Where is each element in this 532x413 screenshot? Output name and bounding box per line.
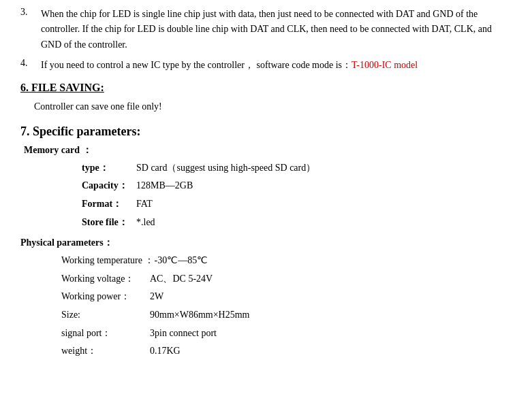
physical-row-2-value: 2W [150, 288, 163, 306]
memory-card-type-value: SD card（suggest using high-speed SD card… [136, 159, 315, 178]
item-3: 3. When the chip for LED is single line … [20, 7, 512, 52]
item-3-number: 3. [20, 7, 41, 52]
memory-card-format-row: Format： FAT [82, 195, 512, 214]
memory-card-type-label: type： [82, 159, 136, 178]
section-6: 6. FILE SAVING: Controller can save one … [20, 82, 512, 115]
physical-row-1: Working voltage：AC、DC 5-24V [61, 270, 512, 288]
physical-row-3: Size:90mm×W86mm×H25mm [61, 306, 512, 325]
memory-card-format-value: FAT [136, 195, 153, 214]
physical-row-4-label: signal port： [61, 325, 150, 343]
memory-card-store-value: *.led [136, 214, 155, 232]
physical-row-2: Working power：2W [61, 288, 512, 306]
physical-row-5-value: 0.17KG [150, 342, 181, 361]
physical-row-3-value: 90mm×W86mm×H25mm [150, 306, 249, 325]
ic-model-link[interactable]: T-1000-IC model [351, 60, 418, 70]
item-3-text: When the chip for LED is single line chi… [41, 7, 512, 52]
section-6-heading: 6. FILE SAVING: [20, 82, 512, 94]
section-7-heading: 7. Specific parameters: [20, 125, 512, 139]
physical-row-3-label: Size: [61, 306, 150, 325]
memory-card-capacity-label: Capacity： [82, 177, 136, 195]
physical-row-4-value: 3pin connect port [150, 325, 217, 343]
memory-card-type-row: type： SD card（suggest using high-speed S… [82, 159, 512, 178]
item-4-number: 4. [20, 58, 41, 73]
memory-card-details: type： SD card（suggest using high-speed S… [82, 159, 512, 231]
memory-card-store-row: Store file： *.led [82, 214, 512, 232]
physical-row-5: weight：0.17KG [61, 342, 512, 361]
physical-row-0-label: Working temperature ： [61, 252, 155, 270]
memory-card-label: Memory card ： [24, 144, 512, 156]
memory-card-capacity-value: 128MB—2GB [136, 177, 193, 195]
item-4: 4. If you need to control a new IC type … [20, 58, 512, 73]
physical-row-2-label: Working power： [61, 288, 150, 306]
physical-row-1-label: Working voltage： [61, 270, 150, 288]
physical-params-label: Physical parameters： [20, 237, 512, 249]
item-4-pre-text: If you need to control a new IC type by … [41, 60, 351, 70]
section-7: 7. Specific parameters: Memory card ： ty… [20, 125, 512, 361]
memory-card-capacity-row: Capacity： 128MB—2GB [82, 177, 512, 195]
physical-row-5-label: weight： [61, 342, 150, 361]
item-4-text: If you need to control a new IC type by … [41, 58, 512, 73]
section-6-body: Controller can save one file only! [34, 98, 512, 115]
physical-row-1-value: AC、DC 5-24V [150, 270, 213, 288]
physical-row-4: signal port：3pin connect port [61, 325, 512, 343]
memory-card-format-label: Format： [82, 195, 136, 214]
physical-row-0-value: -30℃—85℃ [155, 252, 208, 270]
physical-row-0: Working temperature ：-30℃—85℃ [61, 252, 512, 270]
memory-card-store-label: Store file： [82, 214, 136, 232]
physical-params-details: Working temperature ：-30℃—85℃Working vol… [61, 252, 512, 361]
